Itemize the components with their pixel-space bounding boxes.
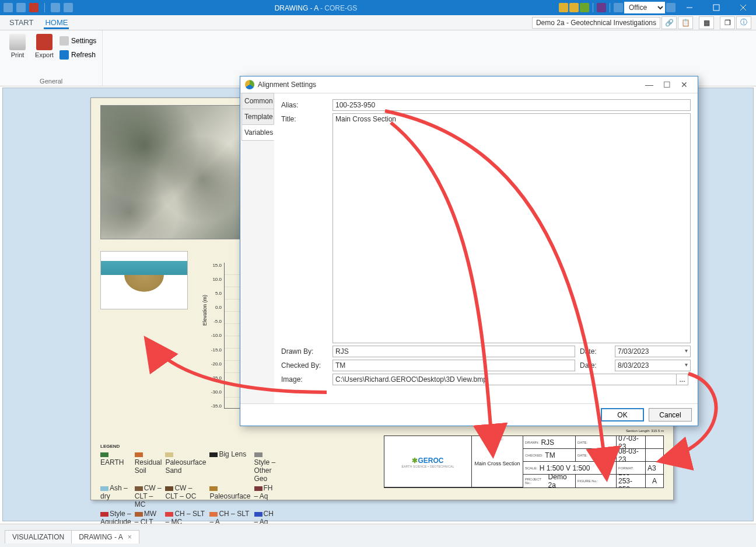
info-icon[interactable]: ⓘ [736, 16, 751, 29]
maximize-button[interactable] [704, 0, 729, 15]
mode-select[interactable]: Office [624, 2, 665, 13]
legend-item: Paleosurface [209, 484, 250, 508]
date1-label: Date: [580, 346, 610, 356]
titleblock-checked: TM [545, 451, 555, 459]
titleblock-projectno: Demo 2a [548, 475, 573, 487]
titleblock-scale: H 1:500 V 1:500 [540, 464, 590, 472]
image-browse-button[interactable]: ... [677, 374, 688, 385]
window-title: DRAWING - A - CORE-GS [73, 4, 559, 12]
checkedby-label: Checked By: [281, 360, 328, 370]
titleblock-rev: A [646, 475, 663, 487]
legend-item: EARTH [100, 450, 131, 483]
tab-home[interactable]: HOME [44, 16, 69, 29]
titleblock-figureno: 100-253-950 [617, 475, 646, 487]
titleblock-drawn: RJS [541, 438, 554, 447]
ribbon-group-label: General [6, 76, 96, 85]
cancel-button[interactable]: Cancel [649, 408, 692, 421]
grid-icon[interactable] [666, 3, 676, 12]
dialog-icon [245, 80, 254, 89]
y-axis-label: Elevation (m) [202, 295, 208, 326]
export-icon[interactable] [29, 3, 38, 12]
settings-button[interactable]: Settings [60, 35, 96, 47]
legend-item: Ash – dry [100, 484, 131, 508]
map-icon[interactable] [580, 3, 589, 12]
ok-button[interactable]: OK [601, 408, 644, 421]
close-tab-icon[interactable]: × [128, 533, 132, 541]
sync-icon[interactable] [614, 3, 623, 12]
legend-item: FH – Aq [254, 484, 278, 508]
window-title-sub: - CORE-GS [318, 4, 358, 12]
title-field[interactable] [332, 113, 691, 343]
dialog-titlebar[interactable]: Alignment Settings — ☐ ✕ [240, 76, 698, 93]
y-axis-ticks: 15.010.05.00.0-5.0-10.0-15.0-20.0-25.0-3… [208, 263, 222, 409]
geroc-logo: ✱GEROC [412, 455, 443, 465]
print-icon[interactable] [16, 3, 26, 12]
image-label: Image: [281, 374, 328, 384]
folder-icon[interactable] [559, 3, 568, 12]
export-button[interactable]: Export [33, 34, 56, 61]
layout-icon[interactable]: ▦ [699, 16, 714, 29]
titleblock-title-value: Main Cross Section [474, 441, 520, 486]
print-button[interactable]: Print [6, 34, 29, 61]
titleblock-format: A3 [646, 462, 663, 475]
legend-item: Paleosurface Sand [165, 450, 206, 483]
close-button[interactable] [730, 0, 756, 15]
titleblock-date2: 08-03-23 [617, 449, 646, 462]
dialog-maximize-button[interactable]: ☐ [658, 80, 676, 89]
tab-drawing-a[interactable]: DRAWING - A× [71, 530, 139, 543]
search-icon[interactable] [51, 3, 60, 12]
alignment-settings-dialog: Alignment Settings — ☐ ✕ Common Template… [240, 76, 698, 426]
drawnby-label: Drawn By: [281, 346, 328, 356]
titleblock-date1: 07-03-23 [617, 436, 646, 449]
dialog-close-button[interactable]: ✕ [676, 80, 693, 89]
svg-rect-0 [713, 5, 719, 11]
legend-title: LEGEND [100, 444, 275, 449]
tab-visualization[interactable]: VISUALIZATION [5, 530, 72, 543]
legend-item: Style – Other Geo [254, 450, 278, 483]
alias-field[interactable] [332, 99, 691, 111]
clipboard-icon[interactable] [569, 3, 579, 12]
dialog-title: Alignment Settings [258, 81, 316, 89]
drawnby-field[interactable] [332, 346, 575, 357]
legend-item: Big Lens [209, 450, 250, 483]
legend: LEGEND EARTHResidual SoilPaleosurface Sa… [100, 444, 275, 488]
title-bar: DRAWING - A - CORE-GS Office [0, 0, 756, 15]
title-label: Title: [281, 113, 328, 123]
image-field[interactable] [332, 374, 677, 385]
dialog-form: Alias: Title: Drawn By: Date: 7/03/2023 … [274, 93, 698, 403]
bottom-tab-strip: VISUALIZATION DRAWING - A× [0, 524, 756, 547]
minimize-button[interactable] [677, 0, 702, 15]
tab-template[interactable]: Template [242, 109, 274, 125]
legend-item: CW – CLT – OC [165, 484, 206, 508]
refresh-icon[interactable] [64, 3, 73, 12]
title-block: ✱GEROC EARTH SCIENCE • GEOTECHNICAL TITL… [384, 435, 664, 488]
paste-icon[interactable]: 📋 [678, 16, 693, 29]
date2-field[interactable]: 8/03/2023 [615, 360, 691, 371]
alias-label: Alias: [281, 99, 328, 109]
dialog-side-tabs: Common Template Variables [240, 93, 274, 403]
dialog-minimize-button[interactable]: — [640, 80, 658, 89]
context-project-pill[interactable]: Demo 2a - Geotechnical Investigations [532, 17, 660, 29]
tab-variables[interactable]: Variables [242, 124, 274, 141]
app-icon [4, 3, 13, 12]
tab-start[interactable]: START [8, 16, 34, 29]
link-icon[interactable]: 🔗 [662, 16, 677, 29]
ribbon-tab-strip: START HOME Demo 2a - Geotechnical Invest… [0, 15, 756, 30]
aerial-image [100, 105, 246, 239]
3d-view-thumbnail [100, 251, 188, 309]
refresh-button[interactable]: Refresh [60, 49, 96, 61]
legend-item: Residual Soil [135, 450, 162, 483]
tab-common[interactable]: Common [242, 93, 274, 109]
window-title-main: DRAWING - A [275, 4, 318, 12]
date1-field[interactable]: 7/03/2023 [615, 346, 691, 357]
date2-label: Date: [580, 360, 610, 370]
flag-icon[interactable] [597, 3, 606, 12]
window-icon[interactable]: ❐ [720, 16, 735, 29]
legend-item: CW – CLT – MC [135, 484, 162, 508]
checkedby-field[interactable] [332, 360, 575, 371]
